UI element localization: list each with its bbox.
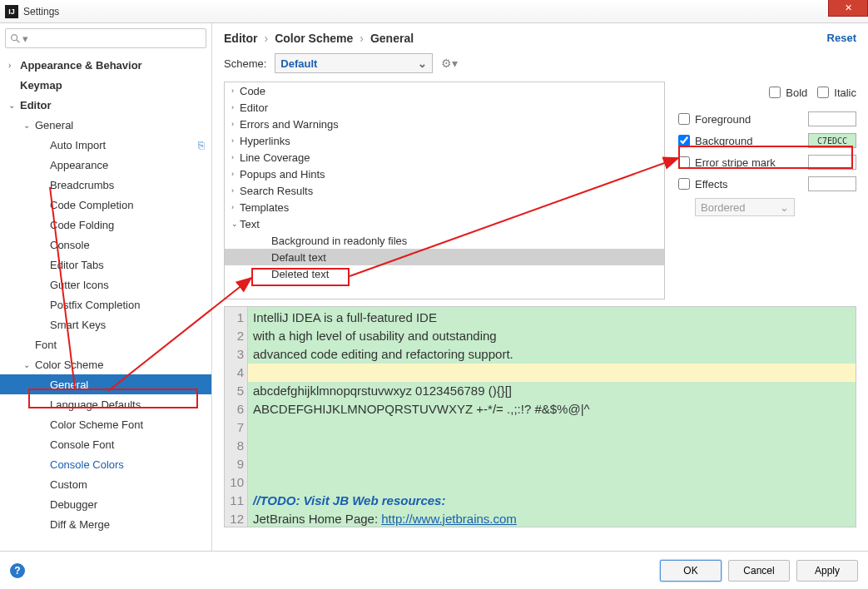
effects-checkbox[interactable]: Effects bbox=[678, 173, 856, 195]
effects-select[interactable]: Bordered⌄ bbox=[695, 198, 795, 216]
attribute-tree[interactable]: ›Code›Editor›Errors and Warnings›Hyperli… bbox=[224, 82, 665, 299]
cancel-button[interactable]: Cancel bbox=[728, 560, 790, 582]
sidebar-item[interactable]: Code Folding bbox=[0, 215, 211, 235]
code-preview: IntelliJ IDEA is a full-featured IDE wit… bbox=[248, 307, 856, 527]
search-icon bbox=[9, 32, 21, 44]
attr-row[interactable]: Deleted text bbox=[225, 265, 664, 282]
sidebar-item[interactable]: Editor Tabs bbox=[0, 255, 211, 275]
bold-checkbox[interactable]: Bold bbox=[769, 82, 807, 103]
sidebar-item[interactable]: Debugger bbox=[0, 494, 211, 514]
background-checkbox[interactable]: BackgroundC7EDCC bbox=[678, 130, 856, 151]
help-icon[interactable]: ? bbox=[10, 563, 25, 578]
gutter: 123456789101112 bbox=[225, 307, 248, 527]
preview-editor: 123456789101112 IntelliJ IDEA is a full-… bbox=[224, 306, 856, 527]
close-button[interactable]: ✕ bbox=[828, 0, 868, 17]
attr-row[interactable]: ›Popups and Hints bbox=[225, 166, 664, 182]
sidebar: ▾ ›Appearance & BehaviorKeymap⌄Editor⌄Ge… bbox=[0, 23, 212, 551]
errorstripe-checkbox[interactable]: Error stripe mark bbox=[678, 151, 856, 173]
attr-row[interactable]: ›Editor bbox=[225, 99, 664, 116]
sidebar-item[interactable]: Console bbox=[0, 235, 211, 255]
sidebar-item[interactable]: Smart Keys bbox=[0, 314, 211, 334]
attr-row[interactable]: ›Errors and Warnings bbox=[225, 116, 664, 132]
attr-row[interactable]: ⌄Text bbox=[225, 215, 664, 232]
italic-checkbox[interactable]: Italic bbox=[817, 82, 856, 103]
sidebar-item[interactable]: Font bbox=[0, 334, 211, 354]
attr-row[interactable]: ›Search Results bbox=[225, 182, 664, 199]
gear-icon[interactable]: ⚙▾ bbox=[441, 57, 458, 70]
sidebar-item[interactable]: Keymap bbox=[0, 75, 211, 95]
sidebar-item[interactable]: Language Defaults bbox=[0, 394, 211, 414]
bottom-bar: ? OK Cancel Apply bbox=[0, 551, 868, 589]
scheme-select[interactable]: Default⌄ bbox=[275, 53, 433, 73]
svg-line-1 bbox=[17, 40, 20, 43]
svg-point-0 bbox=[12, 35, 17, 41]
sidebar-item[interactable]: Auto Import⎘ bbox=[0, 135, 211, 155]
scheme-label: Scheme: bbox=[224, 57, 266, 70]
settings-tree[interactable]: ›Appearance & BehaviorKeymap⌄Editor⌄Gene… bbox=[0, 53, 211, 551]
sidebar-item[interactable]: ⌄Color Scheme bbox=[0, 354, 211, 374]
sidebar-item[interactable]: Gutter Icons bbox=[0, 275, 211, 294]
sidebar-item[interactable]: ⌄Editor bbox=[0, 95, 211, 115]
attribute-props: Bold Italic Foreground BackgroundC7EDCC … bbox=[673, 82, 856, 299]
sidebar-item[interactable]: ⌄General bbox=[0, 115, 211, 135]
sidebar-item[interactable]: Diff & Merge bbox=[0, 514, 211, 534]
attr-row[interactable]: Background in readonly files bbox=[225, 232, 664, 249]
sidebar-item[interactable]: Appearance bbox=[0, 155, 211, 175]
foreground-checkbox[interactable]: Foreground bbox=[678, 108, 856, 130]
background-swatch: C7EDCC bbox=[808, 133, 856, 148]
sidebar-item[interactable]: Color Scheme Font bbox=[0, 414, 211, 434]
sidebar-item[interactable]: Console Colors bbox=[0, 454, 211, 474]
attr-row[interactable]: ›Templates bbox=[225, 199, 664, 215]
search-input[interactable]: ▾ bbox=[5, 28, 206, 48]
sidebar-item[interactable]: Console Font bbox=[0, 434, 211, 454]
reset-link[interactable]: Reset bbox=[827, 32, 856, 44]
attr-row[interactable]: ›Hyperlinks bbox=[225, 132, 664, 149]
ok-button[interactable]: OK bbox=[660, 560, 722, 582]
sidebar-item[interactable]: General bbox=[0, 374, 211, 394]
sidebar-item[interactable]: Custom bbox=[0, 474, 211, 494]
sidebar-item[interactable]: Postfix Completion bbox=[0, 294, 211, 314]
attr-row[interactable]: Default text bbox=[225, 249, 664, 265]
right-panel: Editor› Color Scheme› General Reset Sche… bbox=[212, 23, 868, 551]
apply-button[interactable]: Apply bbox=[796, 560, 858, 582]
attr-row[interactable]: ›Line Coverage bbox=[225, 149, 664, 166]
titlebar: IJ Settings bbox=[0, 0, 868, 23]
sidebar-item[interactable]: Code Completion bbox=[0, 195, 211, 215]
attr-row[interactable]: ›Code bbox=[225, 82, 664, 99]
sidebar-item[interactable]: Breadcrumbs bbox=[0, 175, 211, 195]
window-title: Settings bbox=[23, 6, 59, 17]
sidebar-item[interactable]: ›Appearance & Behavior bbox=[0, 55, 211, 75]
app-icon: IJ bbox=[5, 5, 18, 18]
breadcrumb: Editor› Color Scheme› General bbox=[224, 32, 856, 45]
